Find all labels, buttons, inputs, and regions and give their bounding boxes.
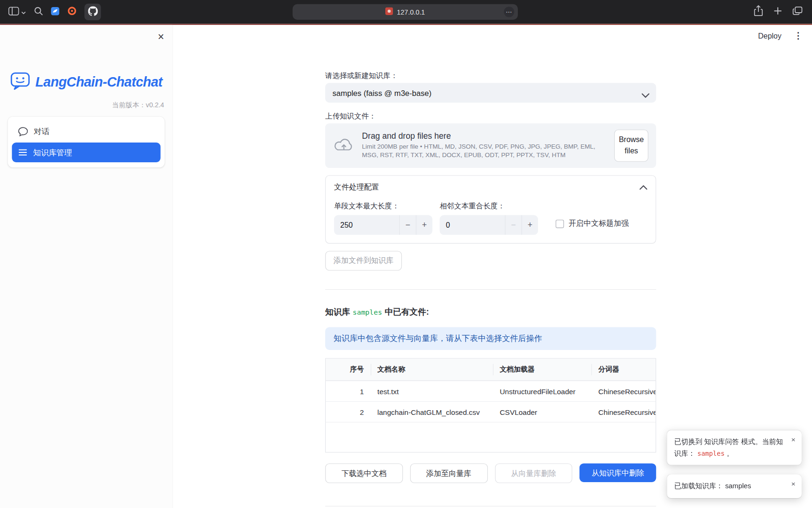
sidebar-item-label: 知识库管理 (33, 148, 72, 158)
chunk-size-stepper: − + (334, 215, 432, 235)
search-button[interactable] (34, 6, 43, 17)
add-files-button[interactable]: 添加文件到知识库 (325, 251, 402, 270)
table-header-name[interactable]: 文档名称 (371, 359, 493, 381)
extension-blue-icon (51, 7, 60, 17)
sidebar: × LangChain-Chatchat 当前版本：v0.2.4 对话 知识库管… (0, 25, 172, 508)
plus-icon (773, 6, 782, 17)
cell-loader: CSVLoader (493, 402, 592, 422)
chunk-size-label: 单段文本最大长度： (334, 202, 432, 211)
delete-from-vectorstore-button[interactable]: 从向量库删除 (495, 463, 572, 483)
address-bar[interactable]: 127.0.0.1 ⋯ (293, 4, 518, 20)
share-icon (753, 5, 763, 19)
list-stack-icon (18, 148, 28, 157)
cell-index: 2 (326, 402, 371, 422)
cell-loader: UnstructuredFileLoader (493, 381, 592, 401)
page-options-button[interactable]: ⋯ (504, 7, 514, 17)
heading-suffix: 中已有文件: (385, 308, 429, 317)
logo-icon (10, 71, 31, 92)
main-content: 请选择或新建知识库： samples (faiss @ m3e-base) 上传… (325, 25, 656, 507)
cell-name: langchain-ChatGLM_closed.csv (371, 402, 493, 422)
sidebar-menu: 对话 知识库管理 (8, 117, 165, 167)
overlap-plus-button[interactable]: + (522, 215, 538, 235)
toast-close-button[interactable]: × (790, 479, 796, 488)
add-to-vectorstore-button[interactable]: 添加至向量库 (410, 463, 488, 483)
expander-header[interactable]: 文件处理配置 (326, 176, 656, 198)
file-config-expander: 文件处理配置 单段文本最大长度： − + 相邻文本重合长度： (325, 175, 656, 243)
tabs-icon (792, 6, 803, 17)
new-tab-button[interactable] (773, 6, 782, 17)
url-text: 127.0.0.1 (397, 8, 425, 16)
kebab-menu-icon[interactable]: ⋮ (792, 31, 805, 40)
toast-mode-switched: 已切换到 知识库问答 模式。当前知识库：samples。 × (667, 430, 802, 465)
browser-toolbar: 127.0.0.1 ⋯ (0, 0, 812, 24)
cloud-upload-icon (334, 137, 354, 154)
github-button[interactable] (85, 4, 101, 20)
heading-prefix: 知识库 (325, 308, 350, 317)
table-header-index[interactable]: 序号 (326, 359, 371, 381)
toast-kb-loaded: 已加载知识库： samples × (667, 474, 802, 498)
table-row[interactable]: 1 test.txt UnstructuredFileLoader Chines… (326, 381, 656, 402)
extension-orange-icon (67, 6, 77, 17)
page: 127.0.0.1 ⋯ × (0, 0, 812, 508)
chevron-down-icon (21, 7, 26, 16)
kb-select[interactable]: samples (faiss @ m3e-base) (325, 83, 656, 103)
sidebar-panel-icon (8, 7, 19, 17)
dropzone-title: Drag and drop files here (362, 132, 606, 141)
extension-orange-button[interactable] (67, 6, 77, 17)
table-header-row: 序号 文档名称 文档加载器 分词器 (326, 359, 656, 381)
site-favicon (385, 7, 393, 16)
sidebar-item-label: 对话 (34, 127, 49, 136)
kb-name-code: samples (352, 308, 382, 317)
table-actions: 下载选中文档 添加至向量库 从向量库删除 从知识库中删除 (325, 463, 656, 483)
dropzone-limit-text: Limit 200MB per file • HTML, MD, JSON, C… (362, 143, 606, 159)
divider (325, 289, 656, 290)
share-button[interactable] (753, 5, 763, 19)
table-header-loader[interactable]: 文档加载器 (493, 359, 592, 381)
files-table: 序号 文档名称 文档加载器 分词器 1 test.txt Unstructure… (325, 358, 656, 453)
browse-files-button[interactable]: Browse files (614, 130, 648, 162)
info-banner: 知识库中包含源文件与向量库，请从下表中选择文件后操作 (325, 327, 656, 349)
chevron-up-icon (640, 185, 648, 190)
delete-from-kb-button[interactable]: 从知识库中删除 (579, 463, 656, 482)
sidebar-close-button[interactable]: × (156, 29, 166, 44)
overlap-input[interactable] (440, 215, 505, 235)
toast-text: 已加载知识库： samples (674, 482, 751, 490)
search-icon (34, 6, 43, 17)
chat-bubble-icon (18, 127, 28, 136)
table-row[interactable]: 2 langchain-ChatGLM_closed.csv CSVLoader… (326, 402, 656, 422)
kb-select-value: samples (faiss @ m3e-base) (333, 88, 432, 97)
sidebar-item-knowledge-base[interactable]: 知识库管理 (12, 143, 160, 162)
upload-label: 上传知识文件： (325, 112, 656, 121)
deploy-button[interactable]: Deploy (758, 32, 781, 40)
overlap-label: 相邻文本重合长度： (440, 202, 538, 211)
version-text: 当前版本：v0.2.4 (0, 101, 172, 110)
chunk-plus-button[interactable]: + (416, 215, 432, 235)
logo-text: LangChain-Chatchat (35, 74, 162, 90)
download-selected-button[interactable]: 下载选中文档 (325, 463, 403, 483)
overlap-minus-button[interactable]: − (505, 215, 521, 235)
zh-title-checkbox-label[interactable]: 开启中文标题加强 (569, 219, 629, 229)
file-dropzone[interactable]: Drag and drop files here Limit 200MB per… (325, 123, 656, 168)
kb-select-label: 请选择或新建知识库： (325, 71, 656, 81)
toast-text-suffix: 。 (726, 449, 734, 457)
sidebar-item-chat[interactable]: 对话 (12, 122, 160, 142)
toast-close-button[interactable]: × (790, 435, 796, 444)
cell-name: test.txt (371, 381, 493, 401)
app-toolbar: Deploy ⋮ (758, 31, 804, 40)
cell-splitter: ChineseRecursiveT (592, 402, 656, 422)
github-icon (88, 6, 98, 18)
sidebar-toggle-button[interactable] (8, 7, 26, 17)
app-logo: LangChain-Chatchat (0, 71, 172, 92)
chunk-size-input[interactable] (334, 215, 399, 235)
zh-title-checkbox[interactable] (555, 220, 564, 228)
chunk-minus-button[interactable]: − (399, 215, 416, 235)
toast-kb-code: samples (697, 449, 725, 457)
expander-title: 文件处理配置 (334, 182, 379, 192)
extension-blue-button[interactable] (51, 7, 60, 17)
cell-splitter: ChineseRecursiveT (592, 381, 656, 401)
divider (325, 506, 656, 507)
cell-index: 1 (326, 381, 371, 401)
overlap-stepper: − + (440, 215, 538, 235)
table-header-splitter[interactable]: 分词器 (592, 359, 656, 381)
tab-overview-button[interactable] (792, 6, 803, 17)
